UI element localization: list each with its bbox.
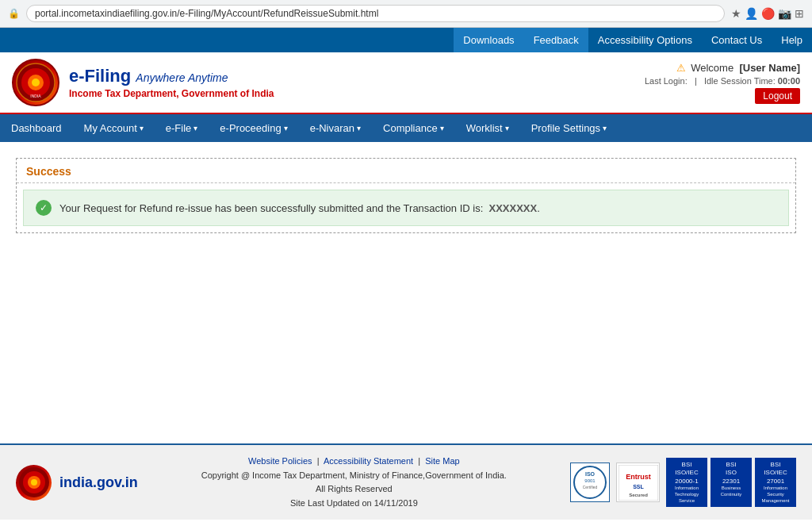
- footer-right: ISO 9001 Certified Entrust SSL Secured B…: [570, 458, 796, 508]
- nav-efile[interactable]: e-File ▾: [155, 114, 209, 142]
- nav-profile-settings[interactable]: Profile Settings ▾: [520, 114, 618, 142]
- svg-text:ISO: ISO: [584, 471, 595, 477]
- svg-text:Secured: Secured: [629, 493, 648, 497]
- svg-point-3: [32, 79, 40, 86]
- site-header: INDIA e-Filing Anywhere Anytime Income T…: [0, 52, 812, 114]
- downloads-link[interactable]: Downloads: [454, 28, 523, 52]
- footer-rights: All Rights Reserved: [201, 482, 507, 497]
- success-title: Success: [17, 159, 795, 183]
- content-area: Success ✓ Your Request for Refund re-iss…: [0, 142, 812, 443]
- nav-worklist[interactable]: Worklist ▾: [455, 114, 520, 142]
- logo: INDIA: [12, 59, 59, 106]
- nav-enivaran[interactable]: e-Nivaran ▾: [299, 114, 372, 142]
- logout-button[interactable]: Logout: [755, 88, 800, 104]
- svg-text:Entrust: Entrust: [626, 473, 651, 481]
- success-box: Success ✓ Your Request for Refund re-iss…: [16, 158, 796, 233]
- feedback-link[interactable]: Feedback: [524, 28, 588, 52]
- transaction-id: XXXXXXX: [489, 202, 538, 214]
- browser-chrome: 🔒 portal.incometaxindiaefiling.gov.in/e-…: [0, 0, 812, 28]
- department-name: Income Tax Department, Government of Ind…: [69, 88, 274, 99]
- eproceeding-arrow: ▾: [284, 124, 288, 132]
- nav-eproceeding[interactable]: e-Proceeding ▾: [209, 114, 298, 142]
- header-brand: e-Filing Anywhere Anytime Income Tax Dep…: [69, 66, 274, 99]
- footer-updated: Site Last Updated on 14/11/2019: [201, 497, 507, 511]
- lock-icon: 🔒: [8, 8, 20, 19]
- nav-dashboard[interactable]: Dashboard: [0, 114, 73, 142]
- session-info: Last Login: | Idle Session Time: 00:00: [645, 76, 800, 86]
- nav-compliance[interactable]: Compliance ▾: [372, 114, 455, 142]
- success-message: ✓ Your Request for Refund re-issue has b…: [23, 190, 789, 226]
- accessibility-statement-link[interactable]: Accessibility Statement: [324, 456, 413, 466]
- contact-link[interactable]: Contact Us: [702, 28, 772, 52]
- header-left: INDIA e-Filing Anywhere Anytime Income T…: [12, 59, 274, 106]
- bsi-cert-22301: BSI ISO 22301 Business Continuity: [710, 458, 752, 508]
- footer-left: india.gov.in: [16, 465, 138, 501]
- url-bar[interactable]: portal.incometaxindiaefiling.gov.in/e-Fi…: [26, 5, 725, 22]
- worklist-arrow: ▾: [505, 124, 509, 132]
- sitemap-link[interactable]: Site Map: [425, 456, 459, 466]
- bsi-cert-27001: BSI ISO/IEC 27001 Information Security M…: [755, 458, 796, 508]
- warning-icon: ⚠: [676, 62, 686, 74]
- bsi-cert-20000: BSI ISO/IEC 20000-1 Information Technolo…: [666, 458, 707, 508]
- footer-links: Website Policies | Accessibility Stateme…: [201, 455, 507, 469]
- svg-text:Certified: Certified: [582, 485, 597, 489]
- main-nav: Dashboard My Account ▾ e-File ▾ e-Procee…: [0, 114, 812, 142]
- footer-copyright1: Copyright @ Income Tax Department, Minis…: [201, 469, 507, 483]
- success-text: Your Request for Refund re-issue has bee…: [59, 202, 540, 214]
- welcome-text: ⚠ Welcome [User Name]: [645, 62, 800, 74]
- my-account-arrow: ▾: [140, 124, 144, 132]
- footer-logo: [16, 465, 52, 501]
- success-icon: ✓: [36, 200, 52, 216]
- svg-text:INDIA: INDIA: [30, 94, 41, 98]
- efiling-title: e-Filing Anywhere Anytime: [69, 66, 274, 86]
- footer-center: Website Policies | Accessibility Stateme…: [201, 455, 507, 510]
- site-footer: india.gov.in Website Policies | Accessib…: [0, 443, 812, 520]
- efile-arrow: ▾: [193, 124, 197, 132]
- enivaran-arrow: ▾: [357, 124, 361, 132]
- accessibility-link[interactable]: Accessibility Options: [588, 28, 702, 52]
- entrust-badge: Entrust SSL Secured: [616, 463, 660, 502]
- bsi-badge: BSI ISO/IEC 20000-1 Information Technolo…: [666, 458, 796, 508]
- compliance-arrow: ▾: [440, 124, 444, 132]
- svg-text:SSL: SSL: [633, 484, 644, 489]
- utility-bar: Downloads Feedback Accessibility Options…: [0, 28, 812, 52]
- header-right: ⚠ Welcome [User Name] Last Login: | Idle…: [645, 62, 800, 104]
- quality-cert-badge: ISO 9001 Certified: [570, 463, 610, 502]
- nav-my-account[interactable]: My Account ▾: [73, 114, 155, 142]
- browser-actions: ★ 👤 🔴 📷 ⊞: [731, 7, 804, 20]
- india-gov-label[interactable]: india.gov.in: [59, 474, 138, 491]
- svg-text:9001: 9001: [584, 478, 596, 483]
- help-link[interactable]: Help: [772, 28, 812, 52]
- svg-point-8: [31, 479, 37, 486]
- website-policies-link[interactable]: Website Policies: [248, 456, 312, 466]
- profile-arrow: ▾: [603, 124, 607, 132]
